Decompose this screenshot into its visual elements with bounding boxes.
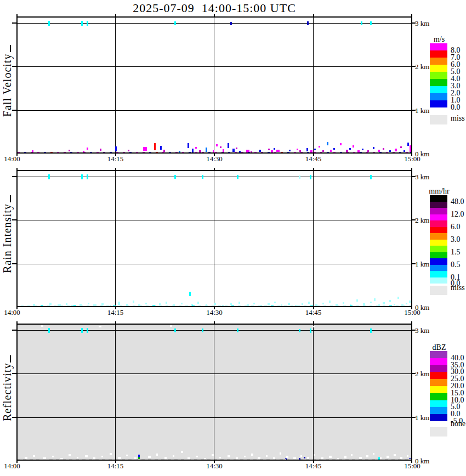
data-point	[50, 152, 53, 154]
legend-color-block	[430, 79, 447, 86]
time-label: 14:30	[206, 308, 223, 316]
data-point	[118, 459, 122, 461]
legend-color-block	[430, 351, 447, 358]
data-point	[297, 305, 300, 307]
legend-value-label: 12.0	[451, 210, 464, 219]
data-point	[81, 328, 83, 333]
data-point	[319, 146, 320, 148]
data-point	[41, 325, 43, 327]
data-point	[287, 152, 289, 154]
data-point	[276, 459, 280, 461]
gridline-vertical	[313, 171, 314, 307]
data-point	[235, 152, 237, 154]
y-axis-tick	[12, 219, 16, 220]
data-point	[174, 21, 176, 25]
data-point	[373, 147, 374, 149]
legend-color-block	[430, 202, 447, 208]
gridline-horizontal	[18, 220, 412, 220]
data-point	[34, 305, 37, 307]
data-point	[300, 455, 302, 457]
data-point	[202, 328, 203, 332]
data-point	[266, 455, 268, 457]
y-axis-tick	[12, 22, 16, 24]
data-point	[389, 300, 391, 302]
data-point	[361, 21, 362, 25]
data-point	[191, 459, 194, 461]
time-label: 14:30	[206, 462, 223, 470]
time-label: 14:15	[107, 462, 124, 470]
data-point	[297, 149, 298, 150]
data-point	[370, 328, 372, 333]
legend-missing-swatch	[430, 115, 447, 124]
data-point	[289, 150, 291, 151]
data-point	[126, 455, 128, 456]
data-point	[106, 305, 109, 307]
data-point	[129, 152, 132, 154]
km-label: 3 km	[415, 19, 429, 27]
time-label: 15:00	[404, 155, 420, 163]
data-point	[237, 175, 238, 179]
data-point	[300, 152, 303, 154]
data-point	[400, 146, 402, 148]
data-point	[18, 152, 20, 154]
data-point	[250, 459, 253, 461]
data-point	[120, 305, 122, 307]
time-label: 14:00	[4, 462, 20, 470]
data-point	[344, 456, 346, 458]
gridline-horizontal	[18, 264, 412, 264]
data-point	[289, 459, 293, 461]
legend-title-rain-intensity: mm/hr	[422, 187, 456, 196]
data-point	[156, 152, 158, 154]
gridline-horizontal	[18, 66, 412, 67]
time-label: 14:15	[107, 155, 124, 163]
data-point	[281, 152, 283, 154]
data-point	[294, 152, 296, 154]
gridline-horizontal	[18, 330, 412, 331]
data-point	[270, 459, 273, 461]
x-axis-tick	[214, 14, 215, 16]
data-point	[149, 152, 151, 154]
panel-rain-intensity: 3 km2 km1 km0 km14:0014:1514:3014:4515:0…	[16, 170, 412, 307]
data-point	[406, 303, 407, 304]
data-point	[409, 301, 411, 303]
data-point	[309, 459, 312, 461]
data-point	[132, 459, 135, 461]
data-point	[115, 146, 117, 151]
data-point	[133, 301, 134, 303]
legend-color-block	[430, 258, 447, 265]
data-point	[166, 305, 168, 307]
data-point	[53, 459, 56, 461]
data-point	[407, 143, 409, 146]
data-point	[215, 152, 217, 154]
data-point	[281, 304, 282, 306]
data-point	[59, 459, 62, 461]
y-axis-tick	[12, 330, 16, 331]
data-point	[172, 305, 175, 307]
time-label: 14:00	[4, 155, 20, 163]
data-point	[178, 459, 181, 461]
data-point	[128, 150, 129, 151]
data-point	[20, 459, 23, 461]
data-point	[356, 305, 359, 307]
data-point	[346, 152, 349, 154]
data-point	[248, 152, 250, 154]
data-point	[245, 305, 247, 307]
data-point	[44, 152, 46, 154]
data-point	[330, 150, 332, 152]
data-point	[171, 459, 174, 461]
legend-color-block	[430, 365, 447, 372]
data-point	[312, 326, 315, 327]
data-point	[118, 302, 120, 305]
data-point	[192, 149, 194, 152]
data-point	[139, 305, 142, 307]
data-point	[314, 149, 316, 150]
data-point	[276, 150, 280, 152]
x-axis-tick	[313, 14, 314, 16]
time-label: 14:15	[107, 308, 124, 316]
data-point	[370, 175, 372, 179]
data-point	[187, 143, 189, 148]
data-point	[170, 325, 172, 327]
data-point	[179, 151, 180, 152]
legend-color-block	[430, 233, 447, 240]
data-point	[83, 152, 86, 154]
